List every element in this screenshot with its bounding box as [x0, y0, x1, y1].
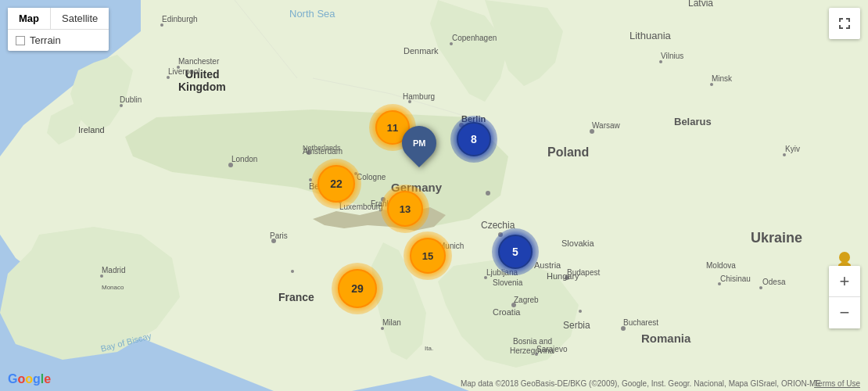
svg-point-21 [291, 270, 294, 273]
terrain-checkbox[interactable] [16, 36, 25, 45]
svg-text:Bucharest: Bucharest [623, 318, 658, 327]
svg-point-27 [759, 286, 762, 289]
svg-text:Liverpool: Liverpool [168, 67, 200, 76]
google-o2: o [25, 372, 33, 386]
svg-point-11 [486, 191, 490, 196]
svg-text:Monaco: Monaco [102, 284, 124, 291]
google-logo: Google [8, 372, 51, 386]
svg-text:Edinburgh: Edinburgh [162, 15, 198, 23]
zoom-controls: + − [829, 266, 860, 328]
svg-text:Minsk: Minsk [712, 74, 733, 83]
svg-point-32 [120, 104, 123, 107]
svg-text:Dublin: Dublin [120, 95, 142, 104]
svg-text:Madrid: Madrid [102, 266, 126, 274]
fullscreen-icon [837, 16, 852, 31]
svg-text:Chisinau: Chisinau [720, 274, 751, 283]
svg-text:Ireland: Ireland [78, 125, 105, 135]
svg-text:North Sea: North Sea [289, 8, 335, 20]
svg-text:Zagreb: Zagreb [514, 296, 539, 304]
svg-point-23 [659, 60, 662, 63]
svg-point-31 [450, 42, 453, 45]
map-attribution: Map data ©2018 GeoBasis-DE/BKG (©2009), … [461, 379, 821, 388]
svg-point-20 [381, 327, 384, 330]
terms-of-use-link[interactable]: Terms of Use [814, 379, 860, 388]
svg-text:Ukraine: Ukraine [751, 230, 802, 246]
svg-text:Sarajevo: Sarajevo [536, 345, 568, 353]
svg-point-25 [783, 153, 786, 156]
terrain-label: Terrain [30, 34, 61, 46]
satellite-button[interactable]: Satellite [51, 8, 109, 29]
svg-text:Serbia: Serbia [563, 320, 590, 331]
svg-text:Latvia: Latvia [688, 0, 713, 9]
svg-text:Lithuania: Lithuania [629, 30, 672, 41]
svg-text:Manchester: Manchester [178, 57, 220, 66]
svg-point-28 [579, 310, 582, 313]
cluster-marker-cluster-8[interactable]: 8 [450, 116, 497, 163]
map-type-row: Map Satellite [8, 8, 109, 30]
svg-point-24 [710, 83, 713, 86]
svg-text:Netherlands: Netherlands [303, 144, 341, 152]
map-container: United Kingdom Ireland France Germany Be… [0, 0, 868, 391]
cluster-marker-cluster-15[interactable]: 15 [404, 231, 452, 280]
svg-text:London: London [231, 155, 257, 163]
svg-text:Paris: Paris [270, 231, 288, 240]
svg-text:Kingdom: Kingdom [178, 81, 226, 93]
map-button[interactable]: Map [8, 8, 51, 29]
google-g2: g [33, 372, 41, 386]
svg-point-35 [167, 76, 170, 79]
google-g: G [8, 372, 17, 386]
google-o1: o [17, 372, 25, 386]
fullscreen-button[interactable] [829, 8, 860, 39]
svg-text:France: France [278, 291, 314, 303]
svg-text:Denmark: Denmark [404, 46, 439, 56]
svg-text:Slovakia: Slovakia [561, 239, 594, 248]
svg-text:Vilnius: Vilnius [661, 52, 683, 60]
svg-text:Poland: Poland [547, 145, 589, 159]
map-type-control: Map Satellite Terrain [8, 8, 109, 51]
terrain-row[interactable]: Terrain [8, 30, 109, 51]
svg-text:Milan: Milan [382, 318, 401, 327]
svg-text:Odesa: Odesa [762, 278, 786, 286]
zoom-in-button[interactable]: + [829, 266, 860, 297]
svg-text:Moldova: Moldova [706, 261, 736, 270]
svg-text:Hungary: Hungary [547, 271, 579, 281]
map-background: United Kingdom Ireland France Germany Be… [0, 0, 868, 391]
pin-marker-pin-pm[interactable]: PM [402, 126, 436, 160]
svg-text:Ita.: Ita. [425, 345, 433, 352]
svg-text:Croatia: Croatia [493, 307, 521, 317]
svg-text:Hamburg: Hamburg [403, 92, 435, 101]
svg-text:Belarus: Belarus [674, 116, 712, 127]
svg-text:Romania: Romania [641, 332, 691, 345]
cluster-marker-cluster-29[interactable]: 29 [332, 263, 383, 314]
svg-point-91 [839, 252, 850, 263]
google-e: e [44, 372, 51, 386]
zoom-out-button[interactable]: − [829, 297, 860, 328]
svg-text:Kyiv: Kyiv [785, 145, 800, 153]
cluster-marker-cluster-13[interactable]: 13 [381, 185, 429, 233]
cluster-marker-cluster-5[interactable]: 5 [492, 228, 539, 275]
svg-point-22 [100, 274, 103, 278]
svg-text:Copenhagen: Copenhagen [452, 34, 497, 42]
svg-text:Warsaw: Warsaw [592, 121, 621, 130]
svg-point-33 [160, 23, 163, 27]
svg-text:Slovenia: Slovenia [493, 278, 523, 287]
cluster-marker-cluster-22[interactable]: 22 [311, 159, 361, 209]
